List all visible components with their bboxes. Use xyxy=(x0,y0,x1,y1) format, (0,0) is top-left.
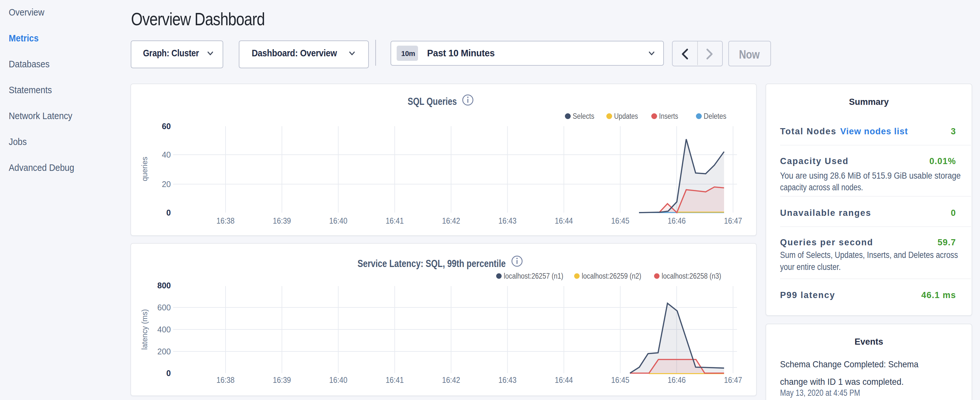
svg-text:600: 600 xyxy=(157,303,171,312)
svg-text:16:46: 16:46 xyxy=(667,375,686,384)
svg-text:16:40: 16:40 xyxy=(329,216,347,225)
svg-text:16:42: 16:42 xyxy=(442,375,460,384)
svg-text:16:45: 16:45 xyxy=(611,216,629,225)
svg-text:0: 0 xyxy=(166,208,171,217)
svg-text:0: 0 xyxy=(166,369,171,378)
svg-text:16:39: 16:39 xyxy=(273,375,291,384)
svg-text:16:43: 16:43 xyxy=(499,375,517,384)
svg-text:16:41: 16:41 xyxy=(386,216,404,225)
svg-text:16:39: 16:39 xyxy=(273,216,291,225)
svg-text:400: 400 xyxy=(157,325,171,334)
svg-text:16:45: 16:45 xyxy=(611,375,629,384)
svg-text:Updates: Updates xyxy=(614,112,638,120)
svg-text:localhost:26257 (n1): localhost:26257 (n1) xyxy=(504,272,563,280)
svg-text:16:41: 16:41 xyxy=(386,375,404,384)
svg-text:16:44: 16:44 xyxy=(555,375,573,384)
svg-text:16:47: 16:47 xyxy=(724,375,742,384)
svg-text:16:38: 16:38 xyxy=(216,216,235,225)
svg-text:20: 20 xyxy=(162,180,171,189)
svg-text:16:38: 16:38 xyxy=(216,375,235,384)
svg-text:Service Latency: SQL, 99th per: Service Latency: SQL, 99th percentile xyxy=(358,258,506,269)
svg-text:800: 800 xyxy=(157,281,171,290)
svg-text:Selects: Selects xyxy=(573,112,594,120)
svg-text:16:44: 16:44 xyxy=(555,216,573,225)
svg-text:200: 200 xyxy=(157,347,171,356)
svg-text:16:43: 16:43 xyxy=(499,216,517,225)
svg-text:60: 60 xyxy=(162,122,171,131)
svg-text:latency (ms): latency (ms) xyxy=(140,309,149,349)
svg-text:SQL Queries: SQL Queries xyxy=(408,96,457,107)
svg-text:16:46: 16:46 xyxy=(667,216,686,225)
svg-text:localhost:26259 (n2): localhost:26259 (n2) xyxy=(582,272,641,280)
svg-text:16:47: 16:47 xyxy=(724,216,742,225)
svg-text:Inserts: Inserts xyxy=(659,112,678,120)
svg-text:40: 40 xyxy=(162,150,171,159)
svg-text:queries: queries xyxy=(140,157,149,181)
svg-text:Deletes: Deletes xyxy=(704,112,726,120)
svg-text:16:40: 16:40 xyxy=(329,375,347,384)
svg-text:localhost:26258 (n3): localhost:26258 (n3) xyxy=(662,272,721,280)
svg-text:16:42: 16:42 xyxy=(442,216,460,225)
